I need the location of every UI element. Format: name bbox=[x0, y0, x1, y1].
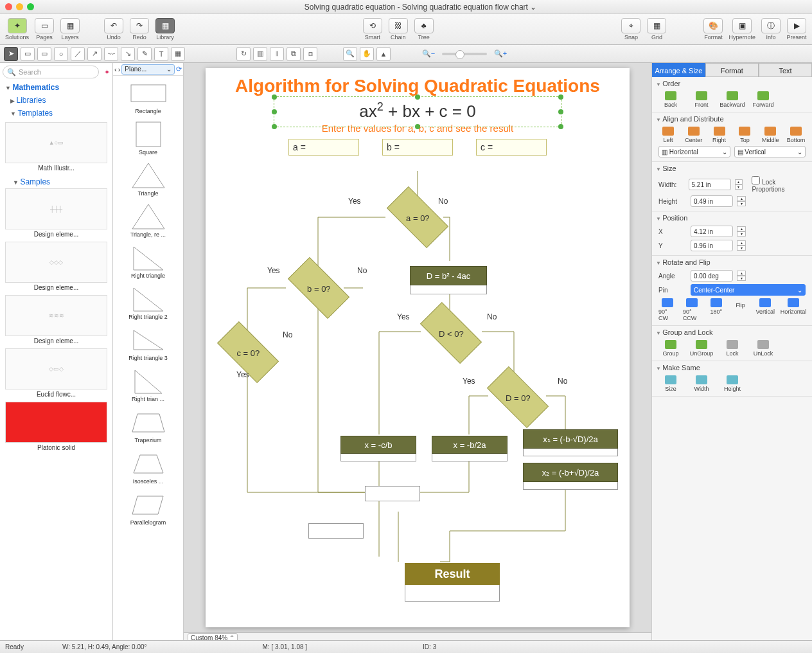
stamp-tool[interactable]: ▲ bbox=[376, 47, 391, 61]
present-button[interactable]: ▶ bbox=[787, 18, 806, 33]
distribute-horizontal[interactable]: ▥ Horizontal⌄ bbox=[658, 146, 730, 157]
rotate-ccw-button[interactable]: 90° CCW bbox=[683, 298, 701, 321]
shape-category-select[interactable]: Plane...⌄ bbox=[121, 64, 175, 75]
order-backward-button[interactable]: Backward bbox=[720, 91, 745, 108]
close-icon[interactable] bbox=[5, 3, 12, 10]
unlock-button[interactable]: UnLock bbox=[751, 340, 775, 357]
shape-swatch[interactable] bbox=[113, 490, 183, 519]
tree-samples[interactable]: Samples bbox=[3, 175, 110, 188]
y-field[interactable]: 0.96 in bbox=[691, 240, 733, 251]
height-field[interactable]: 0.49 in bbox=[691, 195, 733, 207]
tab-arrange[interactable]: Arrange & Size bbox=[652, 63, 705, 77]
flip-h-button[interactable]: Horizontal bbox=[781, 298, 806, 321]
angle-field[interactable]: 0.00 deg bbox=[691, 270, 733, 282]
tree-button[interactable]: ♣ bbox=[414, 18, 434, 33]
refresh-icon[interactable]: ⟳ bbox=[176, 65, 182, 73]
shape-swatch[interactable] bbox=[113, 284, 183, 314]
page[interactable]: Algorithm for Solving Quadratic Equation… bbox=[206, 68, 630, 627]
tab-format[interactable]: Format bbox=[705, 63, 759, 77]
node-b0[interactable]: b = 0? bbox=[288, 257, 349, 319]
group-tool[interactable]: ⧉ bbox=[287, 47, 301, 61]
tab-text[interactable]: Text bbox=[759, 63, 812, 77]
grid-button[interactable]: ▦ bbox=[647, 18, 666, 33]
distribute-vertical[interactable]: ▤ Vertical⌄ bbox=[734, 146, 806, 157]
thumb-platonic[interactable] bbox=[5, 402, 107, 443]
order-forward-button[interactable]: Forward bbox=[751, 91, 775, 108]
input-a[interactable]: a = bbox=[288, 139, 359, 156]
line-tool[interactable]: ／ bbox=[71, 47, 85, 61]
rotate-180-button[interactable]: 180° bbox=[707, 298, 725, 321]
shape-swatch[interactable] bbox=[113, 78, 183, 108]
flip-v-button[interactable]: Vertical bbox=[756, 298, 775, 321]
table-tool[interactable]: ▦ bbox=[171, 47, 185, 61]
connector-tool[interactable]: ↘ bbox=[121, 47, 135, 61]
chain-button[interactable]: ⛓ bbox=[389, 18, 408, 33]
zoom-slider[interactable] bbox=[442, 53, 487, 55]
zoom-out-icon[interactable]: 🔍− bbox=[421, 47, 436, 61]
thumb-design3[interactable]: ≋≋≋ bbox=[5, 295, 107, 336]
y-stepper[interactable]: ▴▾ bbox=[737, 240, 746, 251]
node-d-eq[interactable]: D = 0? bbox=[487, 366, 549, 428]
format-button[interactable]: 🎨 bbox=[703, 18, 723, 33]
shape-swatch[interactable] bbox=[113, 120, 183, 149]
shape-swatch[interactable] bbox=[113, 366, 183, 396]
height-stepper[interactable]: ▴▾ bbox=[737, 196, 746, 206]
align-tool[interactable]: ▥ bbox=[253, 47, 267, 61]
curve-tool[interactable]: 〰 bbox=[104, 47, 118, 61]
library-button[interactable]: ▦ bbox=[155, 18, 175, 33]
flowchart-equation[interactable]: ax2 + bx + c = 0 bbox=[206, 100, 630, 121]
search-input[interactable]: 🔍 Search bbox=[3, 66, 99, 78]
redo-button[interactable]: ↷ bbox=[130, 18, 149, 33]
node-x-b2a[interactable]: x = -b/2a bbox=[432, 436, 508, 454]
thumb-euclid[interactable]: ◇▭◇ bbox=[5, 348, 107, 389]
shape-swatch[interactable] bbox=[113, 243, 183, 273]
input-c[interactable]: c = bbox=[476, 139, 547, 156]
shape-swatch[interactable] bbox=[113, 449, 183, 478]
same-width-button[interactable]: Width bbox=[689, 375, 714, 392]
node-result[interactable]: Result bbox=[405, 563, 500, 585]
section-same[interactable]: Make Same bbox=[656, 364, 808, 371]
align-center-button[interactable]: Center bbox=[684, 127, 703, 143]
align-bottom-button[interactable]: Bottom bbox=[786, 127, 806, 143]
layers-button[interactable]: ▦ bbox=[60, 18, 80, 33]
select-tool[interactable]: ▭ bbox=[21, 47, 35, 61]
distribute-tool[interactable]: ⫴ bbox=[270, 47, 284, 61]
node-x-cb[interactable]: x = -c/b bbox=[340, 436, 416, 454]
wand-icon[interactable]: ✦ bbox=[102, 68, 112, 76]
node-x1[interactable]: x₁ = (-b-√D)/2a bbox=[523, 429, 618, 449]
pages-button[interactable]: ▭ bbox=[35, 18, 54, 33]
node-d-lt[interactable]: D < 0? bbox=[420, 302, 482, 364]
node-a0[interactable]: a = 0? bbox=[387, 186, 448, 248]
ellipse-tool[interactable]: ○ bbox=[54, 47, 68, 61]
align-right-button[interactable]: Right bbox=[710, 127, 729, 143]
rotate-cw-button[interactable]: 90° CW bbox=[658, 298, 676, 321]
x-stepper[interactable]: ▴▾ bbox=[737, 226, 746, 237]
same-height-button[interactable]: Height bbox=[720, 375, 745, 392]
lock-button[interactable]: Lock bbox=[720, 340, 745, 357]
same-size-button[interactable]: Size bbox=[658, 375, 683, 392]
zoom-level[interactable]: Custom 84% ⌃ bbox=[188, 633, 238, 640]
info-button[interactable]: ⓘ bbox=[761, 18, 781, 33]
pin-select[interactable]: Center-Center⌄ bbox=[691, 284, 806, 296]
align-middle-button[interactable]: Middle bbox=[761, 127, 780, 143]
align-left-button[interactable]: Left bbox=[658, 127, 678, 143]
ungroup-button[interactable]: UnGroup bbox=[689, 340, 714, 357]
rotate-tool[interactable]: ↻ bbox=[236, 47, 251, 61]
section-group[interactable]: Group and Lock bbox=[656, 328, 808, 336]
width-field[interactable]: 5.21 in bbox=[689, 179, 731, 190]
pen-tool[interactable]: ✎ bbox=[137, 47, 152, 61]
arrow-tool[interactable]: ↗ bbox=[87, 47, 102, 61]
angle-stepper[interactable]: ▴▾ bbox=[737, 271, 746, 281]
thumb-design1[interactable]: ┼┼┼ bbox=[5, 188, 107, 229]
undo-button[interactable]: ↶ bbox=[104, 18, 123, 33]
tree-root[interactable]: Mathematics bbox=[0, 81, 112, 94]
thumb-design2[interactable]: ◇◇◇ bbox=[5, 242, 107, 283]
shape-swatch[interactable] bbox=[113, 325, 183, 355]
x-field[interactable]: 4.12 in bbox=[691, 226, 733, 237]
section-size[interactable]: Size bbox=[656, 165, 808, 172]
nav-fwd-icon[interactable]: › bbox=[118, 66, 121, 73]
nav-back-icon[interactable]: ‹ bbox=[114, 66, 117, 73]
input-b[interactable]: b = bbox=[382, 139, 453, 156]
group-button[interactable]: Group bbox=[658, 340, 683, 357]
width-stepper[interactable]: ▴▾ bbox=[735, 179, 743, 190]
